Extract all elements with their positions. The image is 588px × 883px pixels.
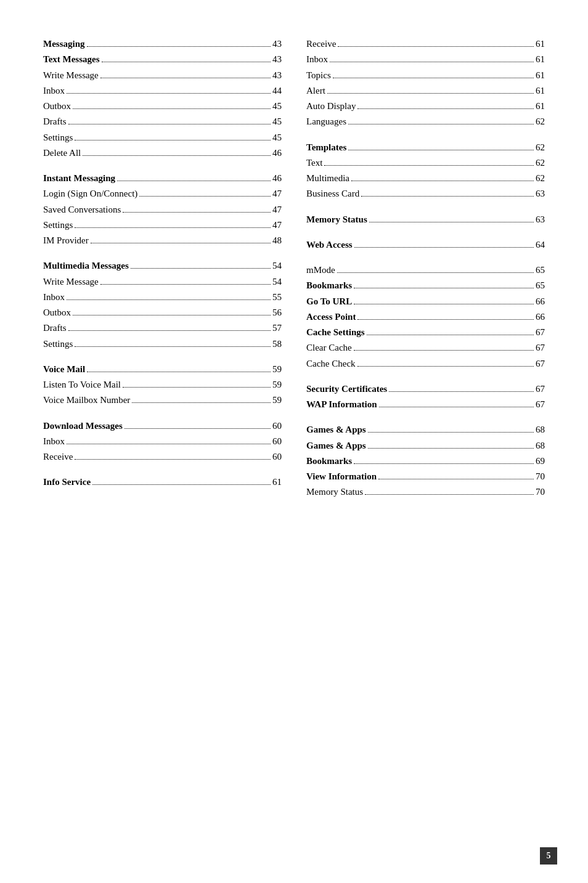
section-spacer: [306, 131, 545, 140]
toc-page-number: 65: [536, 279, 545, 293]
toc-entry: Bookmarks65: [306, 279, 545, 293]
toc-label: Multimedia: [306, 171, 349, 185]
toc-label: Multimedia Messages: [43, 259, 129, 273]
toc-entry: Voice Mailbox Number59: [43, 393, 282, 407]
toc-label: Inbox: [43, 290, 65, 304]
toc-page-number: 43: [272, 37, 282, 51]
toc-dots: [361, 196, 534, 197]
toc-page-number: 61: [272, 475, 282, 489]
toc-entry: mMode65: [306, 263, 545, 277]
toc-label: Text: [306, 156, 322, 170]
toc-entry: Receive61: [306, 37, 545, 51]
toc-page-number: 59: [272, 393, 282, 407]
toc-page-number: 46: [272, 146, 282, 160]
toc-entry: Text Messages43: [43, 52, 282, 67]
toc-dots: [68, 124, 271, 124]
section-spacer: [306, 253, 545, 263]
toc-dots: [123, 212, 271, 213]
toc-entry: Inbox44: [43, 84, 282, 98]
right-column: Receive61Inbox61Topics61Alert61Auto Disp…: [306, 37, 545, 501]
toc-entry: Write Message43: [43, 68, 282, 83]
toc-entry: Settings47: [43, 218, 282, 232]
toc-entry: Text62: [306, 156, 545, 170]
toc-dots: [100, 284, 271, 285]
toc-dots: [368, 448, 534, 449]
toc-page-number: 60: [272, 450, 282, 464]
toc-dots: [75, 140, 271, 140]
toc-dots: [83, 155, 271, 156]
toc-page-number: 44: [272, 84, 282, 98]
section-spacer: [306, 203, 545, 213]
toc-entry: Download Messages60: [43, 419, 282, 433]
toc-dots: [337, 272, 534, 273]
toc-label: Outbox: [43, 306, 71, 320]
toc-page-number: 43: [272, 68, 282, 83]
toc-page-number: 47: [272, 203, 282, 217]
toc-dots: [139, 196, 271, 197]
toc-entry: Web Access64: [306, 238, 545, 252]
toc-label: Security Certificates: [306, 382, 387, 396]
toc-dots: [73, 108, 271, 109]
toc-page-number: 65: [536, 263, 545, 277]
toc-entry: Bookmarks69: [306, 454, 545, 468]
toc-entry: Multimedia62: [306, 171, 545, 185]
toc-label: Write Message: [43, 68, 99, 83]
toc-dots: [100, 78, 271, 78]
toc-label: Memory Status: [306, 485, 363, 499]
toc-dots: [102, 62, 271, 62]
toc-label: Messaging: [43, 37, 85, 51]
toc-entry: Messaging43: [43, 37, 282, 51]
toc-label: IM Provider: [43, 234, 89, 248]
toc-label: Access Point: [306, 310, 356, 324]
toc-page-number: 54: [272, 259, 282, 273]
toc-page-number: 61: [536, 68, 545, 83]
toc-label: Topics: [306, 68, 331, 83]
toc-dots: [131, 268, 271, 269]
toc-entry: Games & Apps68: [306, 439, 545, 453]
toc-label: Voice Mail: [43, 362, 85, 376]
toc-page-number: 68: [536, 439, 545, 453]
toc-dots: [324, 165, 534, 166]
toc-entry: Templates62: [306, 140, 545, 155]
toc-dots: [87, 372, 271, 372]
toc-label: Languages: [306, 115, 346, 129]
toc-label: Outbox: [43, 99, 71, 113]
toc-label: Saved Conversations: [43, 203, 121, 217]
toc-label: Delete All: [43, 146, 81, 160]
section-spacer: [43, 409, 282, 419]
toc-dots: [348, 124, 534, 124]
toc-page-number: 43: [272, 52, 282, 67]
toc-container: Messaging43Text Messages43Write Message4…: [43, 37, 545, 501]
toc-label: Go To URL: [306, 295, 352, 309]
toc-entry: Listen To Voice Mail59: [43, 378, 282, 392]
toc-entry: Login (Sign On/Connect)47: [43, 187, 282, 201]
toc-page-number: 47: [272, 187, 282, 201]
toc-label: Instant Messaging: [43, 171, 115, 185]
toc-label: Inbox: [306, 52, 328, 67]
toc-dots: [354, 304, 534, 304]
toc-page-number: 67: [536, 341, 545, 355]
toc-dots: [333, 78, 534, 78]
toc-page-number: 69: [536, 454, 545, 468]
toc-entry: Cache Check67: [306, 357, 545, 371]
toc-label: Clear Cache: [306, 341, 352, 355]
toc-page-number: 57: [272, 321, 282, 335]
toc-label: Download Messages: [43, 419, 123, 433]
toc-dots: [91, 243, 271, 243]
toc-dots: [117, 181, 271, 181]
toc-dots: [365, 494, 534, 495]
toc-entry: Settings58: [43, 337, 282, 351]
toc-entry: Memory Status63: [306, 213, 545, 227]
toc-page-number: 45: [272, 115, 282, 129]
toc-dots: [389, 391, 534, 392]
toc-label: Memory Status: [306, 213, 367, 227]
toc-dots: [357, 366, 534, 367]
page-number: 5: [540, 847, 557, 865]
toc-entry: WAP Information67: [306, 397, 545, 412]
toc-label: Inbox: [43, 84, 65, 98]
toc-label: Voice Mailbox Number: [43, 393, 130, 407]
toc-entry: Access Point66: [306, 310, 545, 324]
section-spacer: [43, 161, 282, 171]
toc-entry: Info Service61: [43, 475, 282, 489]
toc-label: Bookmarks: [306, 279, 352, 293]
